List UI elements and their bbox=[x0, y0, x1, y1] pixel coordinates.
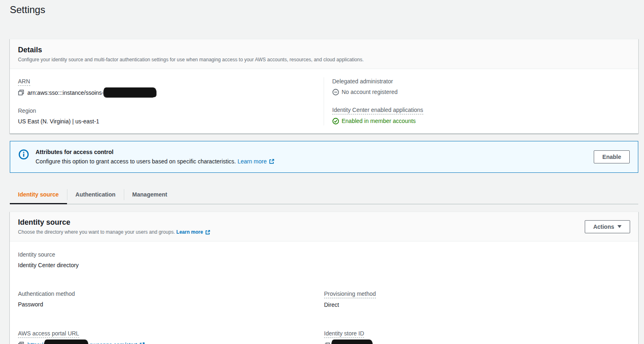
delegated-administrator-label: Delegated administrator bbox=[332, 77, 630, 85]
authentication-method-field: Authentication method Password bbox=[18, 290, 324, 309]
access-portal-url-field: AWS access portal URL https:// .awsapps.… bbox=[18, 329, 324, 344]
enabled-applications-field: Identity Center enabled applications Ena… bbox=[332, 106, 630, 125]
check-circle-icon bbox=[332, 118, 339, 125]
banner-description-text: Configure this option to grant access to… bbox=[36, 158, 236, 165]
identity-store-id-redacted bbox=[332, 340, 372, 344]
copy-icon[interactable] bbox=[18, 89, 25, 96]
access-portal-url-redacted bbox=[45, 340, 87, 344]
access-portal-url-link[interactable]: https:// .awsapps.com/start bbox=[27, 340, 145, 344]
identity-source-card-description: Choose the directory where you want to m… bbox=[18, 229, 210, 235]
banner-description: Configure this option to grant access to… bbox=[36, 157, 587, 166]
authentication-method-label: Authentication method bbox=[18, 290, 324, 298]
access-portal-url-value: https:// .awsapps.com/start bbox=[18, 340, 324, 344]
details-card-title: Details bbox=[18, 45, 630, 54]
identity-source-label: Identity source bbox=[18, 250, 324, 259]
identity-source-value: Identity Center directory bbox=[18, 261, 324, 269]
identity-source-description-text: Choose the directory where you want to m… bbox=[18, 229, 175, 235]
info-icon bbox=[18, 149, 29, 160]
identity-source-header-text: Identity source Choose the directory whe… bbox=[18, 218, 210, 235]
actions-button-label: Actions bbox=[593, 223, 614, 231]
arn-value-text: arn:aws:sso:::instance/ssoins- bbox=[27, 89, 104, 97]
arn-value: arn:aws:sso:::instance/ssoins- bbox=[18, 88, 315, 97]
identity-source-learn-more-link[interactable]: Learn more bbox=[177, 229, 210, 235]
copy-icon[interactable] bbox=[324, 342, 331, 344]
enabled-applications-label: Identity Center enabled applications bbox=[332, 106, 630, 114]
details-card-header: Details Configure your identity source a… bbox=[10, 39, 638, 69]
arn-redacted-value bbox=[104, 88, 156, 97]
delegated-administrator-status-text: No account registered bbox=[342, 88, 398, 96]
access-portal-url-label-text: AWS access portal URL bbox=[18, 330, 79, 338]
identity-source-card-body: Identity source Identity Center director… bbox=[10, 241, 638, 344]
attributes-info-banner: Attributes for access control Configure … bbox=[10, 141, 638, 173]
arn-field: ARN arn:aws:sso:::instance/ssoins- bbox=[18, 77, 315, 97]
arn-label: ARN bbox=[18, 77, 315, 86]
details-right-column: Delegated administrator No account regis… bbox=[324, 77, 630, 125]
chevron-down-icon bbox=[617, 225, 622, 228]
delegated-administrator-status: No account registered bbox=[332, 88, 630, 96]
region-field: Region US East (N. Virginia) | us-east-1 bbox=[18, 107, 315, 125]
access-portal-url-suffix: .awsapps.com/start bbox=[88, 341, 137, 344]
identity-store-id-field: Identity store ID bbox=[324, 329, 630, 344]
enable-button[interactable]: Enable bbox=[594, 150, 630, 163]
identity-store-id-label: Identity store ID bbox=[324, 329, 630, 338]
external-link-icon bbox=[269, 159, 275, 164]
identity-source-card: Identity source Choose the directory whe… bbox=[10, 212, 638, 344]
delegated-administrator-field: Delegated administrator No account regis… bbox=[332, 77, 630, 96]
tab-identity-source[interactable]: Identity source bbox=[10, 185, 67, 204]
provisioning-method-label-text: Provisioning method bbox=[324, 290, 376, 298]
authentication-method-value: Password bbox=[18, 300, 324, 308]
identity-store-id-value bbox=[324, 340, 630, 344]
arn-label-text: ARN bbox=[18, 78, 30, 86]
external-link-icon bbox=[139, 342, 145, 344]
identity-source-learn-more-label: Learn more bbox=[177, 229, 203, 235]
banner-text: Attributes for access control Configure … bbox=[36, 148, 587, 166]
identity-source-card-title: Identity source bbox=[18, 218, 210, 227]
enabled-applications-label-text: Identity Center enabled applications bbox=[332, 107, 423, 114]
details-left-column: ARN arn:aws:sso:::instance/ssoins- Regio… bbox=[18, 77, 324, 125]
banner-learn-more-link[interactable]: Learn more bbox=[237, 157, 275, 166]
provisioning-method-label: Provisioning method bbox=[324, 290, 630, 298]
settings-tabs: Identity source Authentication Managemen… bbox=[10, 185, 638, 204]
details-card-body: ARN arn:aws:sso:::instance/ssoins- Regio… bbox=[10, 69, 638, 134]
tab-authentication[interactable]: Authentication bbox=[67, 185, 124, 204]
provisioning-method-field: Provisioning method Direct bbox=[324, 290, 630, 309]
enabled-applications-status-text: Enabled in member accounts bbox=[342, 117, 416, 125]
provisioning-method-value: Direct bbox=[324, 301, 630, 309]
external-link-icon bbox=[205, 230, 210, 235]
banner-title: Attributes for access control bbox=[36, 148, 587, 156]
page-title: Settings bbox=[10, 3, 638, 16]
details-card: Details Configure your identity source a… bbox=[10, 39, 638, 134]
identity-store-id-label-text: Identity store ID bbox=[324, 330, 364, 338]
tab-management[interactable]: Management bbox=[124, 185, 176, 204]
access-portal-url-label: AWS access portal URL bbox=[18, 329, 324, 338]
minus-circle-icon bbox=[332, 89, 339, 96]
region-value: US East (N. Virginia) | us-east-1 bbox=[18, 117, 315, 125]
banner-learn-more-label: Learn more bbox=[237, 157, 267, 166]
region-label: Region bbox=[18, 107, 315, 115]
enabled-applications-status: Enabled in member accounts bbox=[332, 117, 630, 125]
identity-source-field: Identity source Identity Center director… bbox=[18, 250, 324, 269]
copy-icon[interactable] bbox=[18, 342, 25, 344]
access-portal-url-prefix: https:// bbox=[27, 341, 45, 344]
identity-source-card-header: Identity source Choose the directory whe… bbox=[10, 212, 638, 241]
empty-cell bbox=[324, 250, 630, 279]
actions-button[interactable]: Actions bbox=[585, 220, 630, 233]
details-card-description: Configure your identity source and multi… bbox=[18, 56, 630, 63]
